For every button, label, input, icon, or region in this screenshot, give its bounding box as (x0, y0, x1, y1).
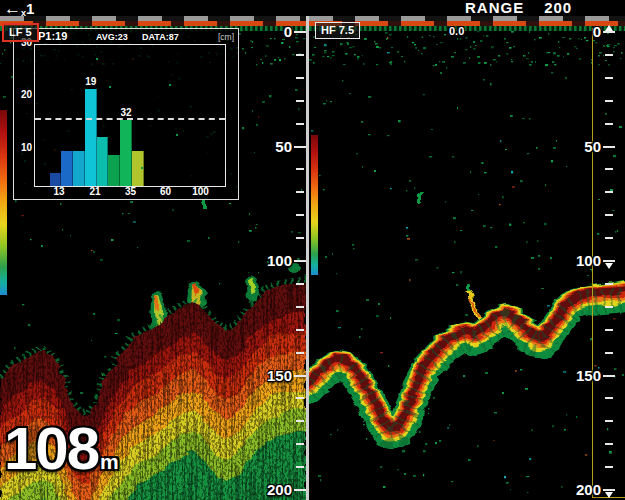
histogram-bar (73, 151, 85, 186)
histogram-y-tick: 10 (18, 142, 32, 153)
depth-label: 0 (561, 23, 601, 40)
depth-label: 150 (252, 367, 292, 384)
depth-minor-tick (296, 54, 304, 56)
depth-major-tick (603, 260, 615, 262)
depth-minor-tick (296, 100, 304, 102)
depth-minor-tick (605, 54, 613, 56)
depth-minor-tick (296, 168, 304, 170)
hf-mode-box: HF 7.5 (315, 22, 360, 39)
depth-minor-tick (605, 191, 613, 193)
depth-minor-tick (296, 283, 304, 285)
range-label: RANGE (465, 0, 524, 16)
histogram-bar (61, 151, 73, 186)
top-bar: ←x1 RANGE200 (0, 0, 625, 16)
depth-minor-tick (605, 214, 613, 216)
range-value: 200 (544, 0, 572, 16)
depth-minor-tick (605, 306, 613, 308)
depth-minor-tick (296, 191, 304, 193)
depth-major-tick (603, 489, 615, 491)
depth-minor-tick (605, 397, 613, 399)
depth-major-tick (294, 146, 306, 148)
histogram-speck (169, 84, 171, 86)
depth-minor-tick (296, 214, 304, 216)
depth-major-tick (294, 31, 306, 33)
depth-label: 50 (252, 138, 292, 155)
fishfinder-screen: ←x1 RANGE200 LF 5 P1:19 AVG:23 DATA:87 [… (0, 0, 625, 500)
depth-minor-tick (296, 443, 304, 445)
histogram-speck (109, 86, 111, 88)
depth-minor-tick (605, 329, 613, 331)
histogram-bar (50, 173, 62, 186)
lf-sonar-panel: LF 5 P1:19 AVG:23 DATA:87 [cm] 1932 3020… (0, 16, 306, 500)
hf-color-scale-bar (311, 135, 318, 275)
histogram-speck (96, 58, 98, 60)
heave-value: 0.0 (449, 25, 464, 37)
hf-seabed-ribbon (309, 289, 625, 437)
histogram-x-tick: 13 (47, 186, 71, 197)
histogram-avg-value: AVG:23 (96, 32, 128, 42)
depth-label: 100 (252, 252, 292, 269)
depth-minor-tick (296, 466, 304, 468)
depth-minor-tick (605, 168, 613, 170)
depth-minor-tick (605, 100, 613, 102)
histogram-data-count: DATA:87 (142, 32, 179, 42)
depth-label: 100 (561, 252, 601, 269)
histogram-p1-value: P1:19 (38, 30, 67, 42)
histogram-x-tick: 35 (119, 186, 143, 197)
scale-marker-200 (605, 492, 613, 498)
depth-minor-tick (296, 77, 304, 79)
depth-minor-tick (605, 352, 613, 354)
histogram-x-tick: 60 (154, 186, 178, 197)
histogram-speck (176, 134, 178, 136)
histogram-x-tick: 100 (189, 186, 213, 197)
depth-major-tick (294, 375, 306, 377)
lf-color-scale-bar (0, 110, 7, 295)
hf-sonar-panel: HF 7.5 0.0 050100150200 (309, 16, 625, 500)
depth-minor-tick (296, 397, 304, 399)
histogram-y-tick: 20 (18, 89, 32, 100)
depth-major-tick (603, 375, 615, 377)
lf-mode-box: LF 5 (2, 23, 39, 42)
depth-minor-tick (296, 352, 304, 354)
depth-minor-tick (296, 123, 304, 125)
depth-unit: m (100, 450, 119, 473)
depth-label: 0 (252, 23, 292, 40)
hf-fish-marks (418, 192, 480, 323)
depth-label: 50 (561, 138, 601, 155)
depth-major-tick (294, 260, 306, 262)
scale-marker-100 (605, 263, 613, 269)
histogram-speck (141, 167, 143, 169)
depth-minor-tick (296, 306, 304, 308)
speed-multiplier-value: 1 (26, 0, 34, 17)
panel-divider (306, 16, 309, 500)
depth-major-tick (603, 31, 615, 33)
histogram-bar (120, 120, 132, 186)
histogram-threshold-line (35, 118, 225, 120)
depth-major-tick (294, 489, 306, 491)
depth-label: 200 (252, 481, 292, 498)
left-arrow-icon: ← (4, 0, 21, 18)
depth-minor-tick (296, 420, 304, 422)
depth-minor-tick (605, 420, 613, 422)
depth-minor-tick (605, 466, 613, 468)
depth-minor-tick (605, 237, 613, 239)
depth-minor-tick (296, 329, 304, 331)
histogram-x-tick: 21 (83, 186, 107, 197)
histogram-bar (85, 89, 97, 186)
depth-label: 150 (561, 367, 601, 384)
depth-label: 200 (561, 481, 601, 498)
depth-minor-tick (605, 123, 613, 125)
fish-size-histogram: P1:19 AVG:23 DATA:87 [cm] 1932 302010 13… (13, 28, 239, 200)
depth-minor-tick (605, 443, 613, 445)
depth-major-tick (603, 146, 615, 148)
histogram-bar-label: 32 (116, 107, 136, 118)
depth-value: 108 (4, 415, 98, 482)
histogram-bar (97, 137, 109, 186)
histogram-bar-label: 19 (81, 76, 101, 87)
histogram-bar (108, 155, 120, 186)
depth-readout: 108m (4, 418, 119, 493)
histogram-plot: 1932 (34, 44, 226, 187)
depth-minor-tick (605, 77, 613, 79)
scroll-speed-indicator: ←x1 (4, 0, 34, 16)
scale-marker-0 (605, 25, 613, 31)
